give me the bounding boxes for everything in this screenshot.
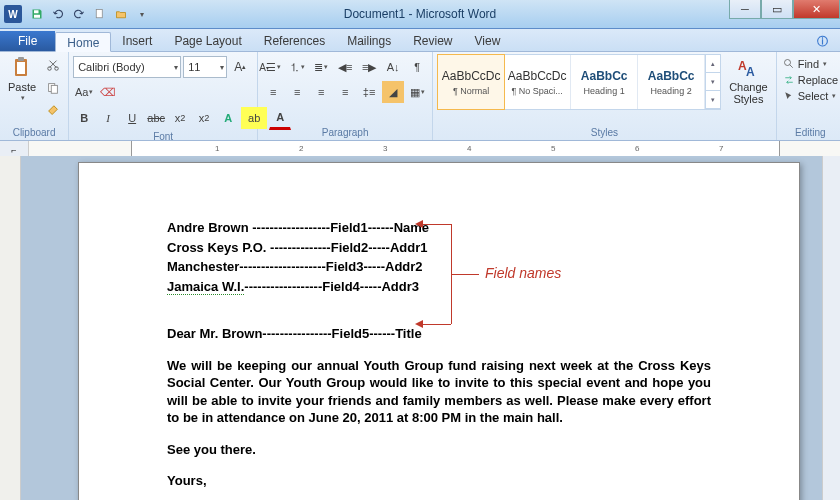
ruler-number: 7 xyxy=(719,144,723,153)
align-right-icon[interactable]: ≡ xyxy=(310,81,332,103)
redo-icon[interactable] xyxy=(70,5,88,23)
style-item[interactable]: AaBbCcHeading 1 xyxy=(571,55,638,109)
arrow-line-1 xyxy=(423,224,451,225)
style-item[interactable]: AaBbCcDc¶ Normal xyxy=(437,54,505,110)
svg-rect-0 xyxy=(34,10,39,13)
indent-icon[interactable]: ≡▶ xyxy=(358,56,380,78)
bold-button[interactable]: B xyxy=(73,107,95,129)
numbering-icon[interactable]: ⒈▾ xyxy=(286,56,308,78)
show-marks-icon[interactable]: ¶ xyxy=(406,56,428,78)
undo-icon[interactable] xyxy=(49,5,67,23)
tab-references[interactable]: References xyxy=(253,31,336,51)
maximize-button[interactable]: ▭ xyxy=(761,0,793,19)
vertical-scrollbar[interactable] xyxy=(822,156,840,500)
select-label: Select xyxy=(798,90,829,102)
paragraph-label: Paragraph xyxy=(262,126,428,140)
outdent-icon[interactable]: ◀≡ xyxy=(334,56,356,78)
change-styles-label: Change Styles xyxy=(729,81,768,105)
cut-icon[interactable] xyxy=(42,54,64,76)
style-name: ¶ No Spaci... xyxy=(511,86,562,96)
tab-page-layout[interactable]: Page Layout xyxy=(163,31,252,51)
tab-review[interactable]: Review xyxy=(402,31,463,51)
line-spacing-icon[interactable]: ‡≡ xyxy=(358,81,380,103)
editing-label: Editing xyxy=(781,126,840,140)
ruler-number: 1 xyxy=(215,144,219,153)
grow-font-icon[interactable]: A▴ xyxy=(229,56,251,78)
group-paragraph: ☰▾ ⒈▾ ≣▾ ◀≡ ≡▶ A↓ ¶ ≡ ≡ ≡ ≡ ‡≡ ◢ ▦▾ xyxy=(258,52,433,140)
multilevel-icon[interactable]: ≣▾ xyxy=(310,56,332,78)
font-size-combo[interactable]: 11 xyxy=(183,56,227,78)
borders-icon[interactable]: ▦▾ xyxy=(406,81,428,103)
tab-file[interactable]: File xyxy=(0,31,55,51)
superscript-icon[interactable]: x2 xyxy=(193,107,215,129)
change-case-icon[interactable]: Aa▾ xyxy=(73,81,95,103)
svg-rect-5 xyxy=(18,57,24,61)
help-icon[interactable]: ⓘ xyxy=(811,32,834,51)
styles-label: Styles xyxy=(437,126,772,140)
tab-view[interactable]: View xyxy=(464,31,512,51)
save-icon[interactable] xyxy=(28,5,46,23)
italic-button[interactable]: I xyxy=(97,107,119,129)
see-you: See you there. xyxy=(167,441,711,459)
style-sample: AaBbCcDc xyxy=(508,69,567,83)
copy-icon[interactable] xyxy=(42,77,64,99)
group-clipboard: Paste ▾ Clipboard xyxy=(0,52,69,140)
replace-button[interactable]: Replace xyxy=(781,73,840,87)
clear-format-icon[interactable]: ⌫ xyxy=(97,81,119,103)
group-styles: AaBbCcDc¶ NormalAaBbCcDc¶ No Spaci...AaB… xyxy=(433,52,777,140)
svg-point-12 xyxy=(784,60,790,66)
gallery-scroll[interactable]: ▴▾▾ xyxy=(705,55,720,109)
qat-dropdown-icon[interactable]: ▾ xyxy=(133,5,151,23)
ruler-number: 5 xyxy=(551,144,555,153)
field-line: Andre Brown ------------------Field1----… xyxy=(167,219,711,237)
justify-icon[interactable]: ≡ xyxy=(334,81,356,103)
arrow-head-2 xyxy=(415,320,423,328)
style-item[interactable]: AaBbCcHeading 2 xyxy=(638,55,705,109)
page-content[interactable]: Andre Brown ------------------Field1----… xyxy=(79,163,799,500)
sort-icon[interactable]: A↓ xyxy=(382,56,404,78)
align-center-icon[interactable]: ≡ xyxy=(286,81,308,103)
style-sample: AaBbCcDc xyxy=(442,69,501,83)
tab-home[interactable]: Home xyxy=(55,32,111,52)
closing: Yours, xyxy=(167,472,711,490)
strike-button[interactable]: abc xyxy=(145,107,167,129)
open-folder-icon[interactable] xyxy=(112,5,130,23)
minimize-button[interactable]: ─ xyxy=(729,0,761,19)
ribbon: Paste ▾ Clipboard Calibri (Body) 11 A▴ A… xyxy=(0,52,840,141)
field-line-wavy: Jamaica W.I.------------------Field4----… xyxy=(167,278,711,296)
chevron-down-icon: ▾ xyxy=(21,94,25,102)
annotation-label: Field names xyxy=(485,265,561,281)
arrow-head-1 xyxy=(415,220,423,228)
page: Andre Brown ------------------Field1----… xyxy=(78,162,800,500)
close-button[interactable]: ✕ xyxy=(793,0,840,19)
bullets-icon[interactable]: ☰▾ xyxy=(262,56,284,78)
shading-icon[interactable]: ◢ xyxy=(382,81,404,103)
svg-rect-4 xyxy=(17,62,25,74)
subscript-icon[interactable]: x2 xyxy=(169,107,191,129)
change-styles-button[interactable]: AA Change Styles xyxy=(725,54,772,107)
find-button[interactable]: Find▾ xyxy=(781,57,829,71)
select-button[interactable]: Select▾ xyxy=(781,89,839,103)
window-controls: ─ ▭ ✕ xyxy=(729,0,840,19)
replace-label: Replace xyxy=(798,74,838,86)
style-item[interactable]: AaBbCcDc¶ No Spaci... xyxy=(504,55,571,109)
ruler-number: 4 xyxy=(467,144,471,153)
align-left-icon[interactable]: ≡ xyxy=(262,81,284,103)
underline-button[interactable]: U xyxy=(121,107,143,129)
font-name-combo[interactable]: Calibri (Body) xyxy=(73,56,181,78)
new-doc-icon[interactable] xyxy=(91,5,109,23)
text-effects-icon[interactable]: A xyxy=(217,107,239,129)
svg-rect-1 xyxy=(34,15,40,18)
paste-button[interactable]: Paste ▾ xyxy=(4,54,40,104)
ruler-number: 3 xyxy=(383,144,387,153)
tab-mailings[interactable]: Mailings xyxy=(336,31,402,51)
arrow-line-2 xyxy=(423,324,451,325)
style-name: Heading 1 xyxy=(584,86,625,96)
style-sample: AaBbCc xyxy=(581,69,628,83)
ribbon-tabs: File Home Insert Page Layout References … xyxy=(0,29,840,52)
tab-insert[interactable]: Insert xyxy=(111,31,163,51)
document-area: Andre Brown ------------------Field1----… xyxy=(0,156,840,500)
format-painter-icon[interactable] xyxy=(42,100,64,122)
style-name: ¶ Normal xyxy=(453,86,489,96)
vertical-ruler[interactable] xyxy=(0,156,21,500)
